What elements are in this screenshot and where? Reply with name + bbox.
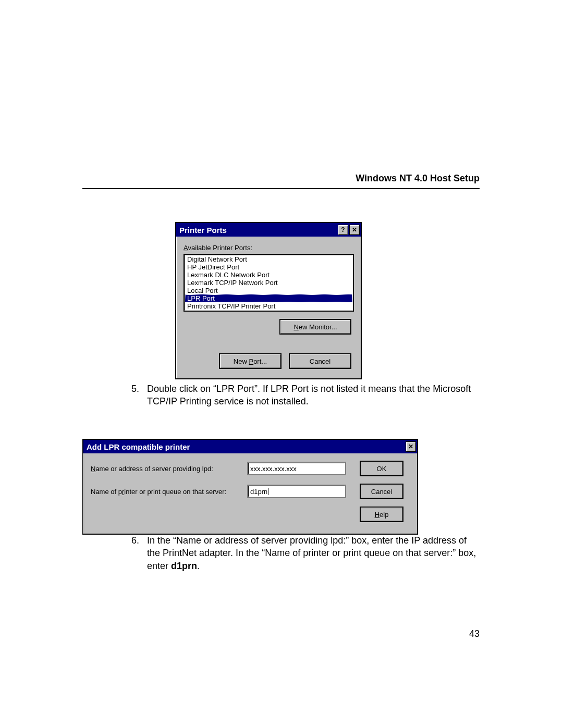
new-port-button[interactable]: New Port... xyxy=(219,353,282,369)
printer-ports-title: Printer Ports xyxy=(179,226,337,235)
step-6-text: In the “Name or address of server provid… xyxy=(147,534,481,572)
printer-ports-dialog: Printer Ports ? ✕ Available Printer Port… xyxy=(175,222,362,379)
close-icon[interactable]: ✕ xyxy=(406,441,416,452)
list-item[interactable]: Digital Network Port xyxy=(185,255,352,263)
queue-label: Name of printer or print queue on that s… xyxy=(91,488,242,496)
printer-queue-input[interactable]: d1prn xyxy=(247,485,346,498)
server-address-input[interactable]: xxx.xxx.xxx.xxx xyxy=(247,462,346,475)
available-ports-label-text: vailable Printer Ports: xyxy=(188,244,252,252)
step-5-number: 5. xyxy=(131,382,147,408)
add-lpr-titlebar[interactable]: Add LPR compatible printer ✕ xyxy=(83,440,417,453)
cancel-button[interactable]: Cancel xyxy=(289,353,351,369)
list-item[interactable]: HP JetDirect Port xyxy=(185,263,352,271)
list-item[interactable]: LPR Port xyxy=(185,294,352,302)
page-number: 43 xyxy=(469,628,480,639)
close-icon[interactable]: ✕ xyxy=(349,225,360,235)
printer-ports-titlebar[interactable]: Printer Ports ? ✕ xyxy=(176,223,361,237)
help-button[interactable]: Help xyxy=(360,507,403,522)
available-ports-listbox[interactable]: Digital Network PortHP JetDirect PortLex… xyxy=(183,254,354,312)
available-ports-label: Available Printer Ports: xyxy=(183,244,353,252)
help-icon[interactable]: ? xyxy=(338,225,348,235)
list-item[interactable]: Lexmark DLC Network Port xyxy=(185,271,352,279)
text-caret xyxy=(268,488,268,495)
printer-queue-value: d1prn xyxy=(250,488,267,496)
server-address-value: xxx.xxx.xxx.xxx xyxy=(250,465,297,473)
new-monitor-button[interactable]: New Monitor... xyxy=(279,319,351,335)
ok-button[interactable]: OK xyxy=(360,461,403,476)
list-item[interactable]: Lexmark TCP/IP Network Port xyxy=(185,279,352,287)
list-item[interactable]: Printronix TCP/IP Printer Port xyxy=(185,302,352,310)
step-6: 6. In the “Name or address of server pro… xyxy=(131,534,481,572)
add-lpr-title: Add LPR compatible printer xyxy=(87,442,405,451)
add-lpr-dialog: Add LPR compatible printer ✕ Name or add… xyxy=(82,439,418,535)
step-6-number: 6. xyxy=(131,534,147,572)
cancel-button[interactable]: Cancel xyxy=(360,484,403,499)
server-label: Name or address of server providing lpd: xyxy=(91,465,242,473)
page-header: Windows NT 4.0 Host Setup xyxy=(82,173,480,184)
step-5: 5. Double click on “LPR Port”. If LPR Po… xyxy=(131,382,481,408)
list-item[interactable]: Local Port xyxy=(185,287,352,294)
step-5-text: Double click on “LPR Port”. If LPR Port … xyxy=(147,382,481,408)
header-rule xyxy=(82,188,480,189)
